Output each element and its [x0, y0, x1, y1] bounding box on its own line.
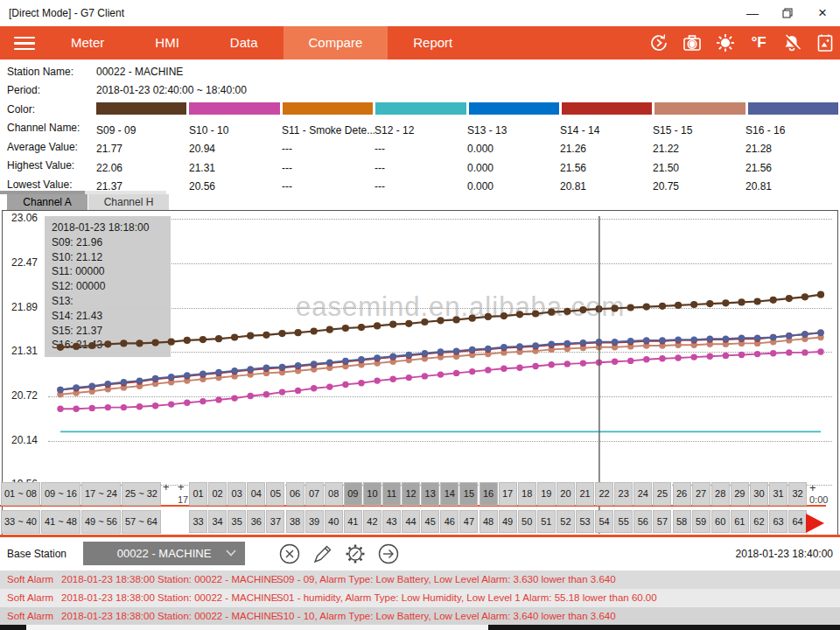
- channel-cell-50[interactable]: 50: [518, 510, 536, 533]
- alarm-row[interactable]: Soft Alarm2018-01-23 18:38:00Station: 00…: [0, 607, 840, 625]
- channel-cell-15[interactable]: 15: [459, 482, 478, 506]
- channel-range-button[interactable]: 33 ~ 40: [1, 510, 40, 534]
- channel-cell-62[interactable]: 62: [750, 510, 768, 533]
- export-button[interactable]: [377, 542, 400, 565]
- channel-cell-61[interactable]: 61: [731, 510, 749, 533]
- channel-cell-23[interactable]: 23: [614, 482, 633, 506]
- edit-button[interactable]: [312, 542, 334, 565]
- alarm-row[interactable]: Soft Alarm2018-01-23 18:38:00Station: 00…: [0, 589, 840, 607]
- tab-channel-a[interactable]: Channel A: [7, 194, 88, 210]
- channel-cell-52[interactable]: 52: [556, 510, 575, 533]
- minimize-button[interactable]: —: [735, 0, 770, 26]
- channel-cell-41[interactable]: 41: [344, 510, 362, 533]
- channel-range-button[interactable]: 09 ~ 16: [41, 482, 80, 506]
- channel-cell-64[interactable]: 64: [788, 510, 807, 533]
- channel-range-button[interactable]: 01 ~ 08: [1, 482, 40, 506]
- channel-cell-04[interactable]: 04: [247, 482, 265, 506]
- channel-cell-42[interactable]: 42: [363, 510, 382, 533]
- channel-cell-58[interactable]: 58: [673, 510, 691, 533]
- channel-cell-37[interactable]: 37: [266, 510, 284, 533]
- channel-cell-08[interactable]: 08: [325, 482, 343, 506]
- channel-cell-22[interactable]: 22: [595, 482, 613, 506]
- channel-cell-30[interactable]: 30: [750, 482, 768, 506]
- channel-cell-20[interactable]: 20: [556, 482, 575, 506]
- channel-cell-02[interactable]: 02: [208, 482, 227, 506]
- snapshot-gallery-icon[interactable]: [815, 32, 836, 53]
- channel-cell-21[interactable]: 21: [576, 482, 594, 506]
- channel-range-button[interactable]: 17 ~ 24: [81, 482, 121, 506]
- channel-cell-63[interactable]: 63: [769, 510, 788, 533]
- channel-cell-01[interactable]: 01: [189, 482, 207, 506]
- channel-range-button[interactable]: 49 ~ 56: [81, 510, 121, 534]
- channel-cell-39[interactable]: 39: [305, 510, 324, 533]
- channel-cell-59[interactable]: 59: [692, 510, 710, 533]
- nav-item-hmi[interactable]: HMI: [130, 26, 205, 60]
- channel-cell-54[interactable]: 54: [595, 510, 613, 533]
- channel-range-button[interactable]: 57 ~ 64: [122, 510, 161, 534]
- channel-cell-05[interactable]: 05: [266, 482, 284, 506]
- channel-cell-51[interactable]: 51: [537, 510, 556, 533]
- nav-item-data[interactable]: Data: [205, 26, 284, 60]
- channel-cell-45[interactable]: 45: [421, 510, 439, 533]
- channel-cell-11[interactable]: 11: [382, 482, 401, 506]
- advance-arrow-button[interactable]: [806, 514, 824, 533]
- channel-cell-18[interactable]: 18: [518, 482, 536, 506]
- cancel-circle-button[interactable]: [278, 542, 301, 565]
- fahrenheit-toggle[interactable]: °F: [748, 32, 769, 53]
- tab-channel-h[interactable]: Channel H: [88, 194, 169, 210]
- nav-item-meter[interactable]: Meter: [46, 26, 130, 60]
- channel-cell-29[interactable]: 29: [731, 482, 749, 506]
- channel-cell-33[interactable]: 33: [189, 510, 207, 533]
- alarm-row[interactable]: Soft Alarm2018-01-23 18:38:00Station: 00…: [0, 570, 840, 589]
- channel-cell-46[interactable]: 46: [440, 510, 458, 533]
- channel-range-button[interactable]: 41 ~ 48: [41, 510, 80, 534]
- channel-cell-48[interactable]: 48: [480, 510, 498, 533]
- expand-plus-button[interactable]: +: [809, 481, 816, 494]
- channel-cell-32[interactable]: 32: [788, 482, 807, 506]
- channel-cell-19[interactable]: 19: [537, 482, 556, 506]
- sync-icon[interactable]: [648, 32, 669, 53]
- channel-cell-27[interactable]: 27: [692, 482, 710, 506]
- channel-cell-14[interactable]: 14: [440, 482, 458, 506]
- channel-cell-40[interactable]: 40: [325, 510, 343, 533]
- channel-cell-17[interactable]: 17: [499, 482, 517, 506]
- expand-plus-button[interactable]: +: [178, 480, 185, 494]
- channel-cell-43[interactable]: 43: [382, 510, 401, 533]
- channel-cell-53[interactable]: 53: [576, 510, 594, 533]
- channel-cell-35[interactable]: 35: [228, 510, 246, 533]
- channel-cell-28[interactable]: 28: [711, 482, 730, 506]
- channel-cell-55[interactable]: 55: [614, 510, 633, 533]
- brightness-icon[interactable]: [715, 32, 736, 53]
- channel-cell-44[interactable]: 44: [402, 510, 420, 533]
- channel-cell-26[interactable]: 26: [673, 482, 691, 506]
- base-station-dropdown[interactable]: 00022 - MACHINE: [83, 542, 245, 565]
- channel-cell-09[interactable]: 09: [344, 482, 362, 506]
- hamburger-menu-icon[interactable]: [14, 37, 35, 50]
- channel-cell-57[interactable]: 57: [653, 510, 671, 533]
- nav-item-report[interactable]: Report: [388, 26, 478, 60]
- channel-cell-36[interactable]: 36: [247, 510, 265, 533]
- channel-cell-60[interactable]: 60: [711, 510, 730, 533]
- channel-cell-34[interactable]: 34: [208, 510, 227, 533]
- maximize-button[interactable]: [770, 0, 805, 26]
- close-button[interactable]: ×: [805, 0, 840, 26]
- channel-cell-24[interactable]: 24: [634, 482, 652, 506]
- alarm-mute-icon[interactable]: [781, 32, 802, 53]
- nav-item-compare[interactable]: Compare: [284, 26, 388, 60]
- channel-cell-16[interactable]: 16: [480, 482, 498, 506]
- channel-cell-07[interactable]: 07: [305, 482, 324, 506]
- camera-icon[interactable]: [682, 32, 703, 53]
- channel-cell-03[interactable]: 03: [228, 482, 246, 506]
- channel-cell-06[interactable]: 06: [286, 482, 304, 506]
- channel-cell-38[interactable]: 38: [286, 510, 304, 533]
- channel-cell-13[interactable]: 13: [421, 482, 439, 506]
- channel-cell-47[interactable]: 47: [459, 510, 478, 533]
- channel-cell-12[interactable]: 12: [402, 482, 420, 506]
- channel-cell-56[interactable]: 56: [634, 510, 652, 533]
- channel-cell-49[interactable]: 49: [499, 510, 517, 533]
- channel-range-button[interactable]: 25 ~ 32: [122, 482, 161, 506]
- expand-plus-button[interactable]: +: [163, 480, 170, 494]
- channel-cell-10[interactable]: 10: [363, 482, 382, 506]
- settings-button[interactable]: [344, 542, 367, 565]
- channel-cell-25[interactable]: 25: [653, 482, 671, 506]
